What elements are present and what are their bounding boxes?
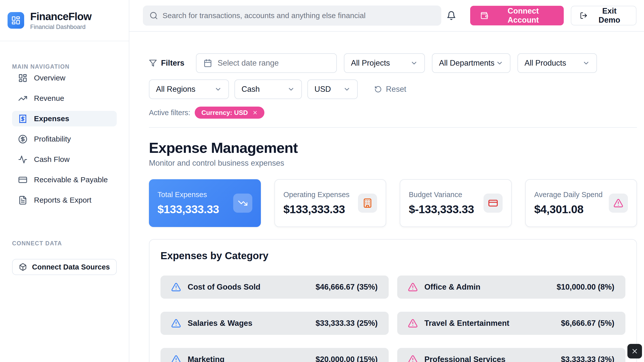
connect-data-sources-button[interactable]: Connect Data Sources (12, 259, 117, 275)
topbar: Connect Account Exit Demo (129, 0, 644, 32)
bell-icon (447, 11, 456, 20)
app-tagline: Financial Dashboard (30, 23, 91, 30)
section-divider (149, 127, 637, 128)
filters-row-2: All Regions Cash USD Reset (149, 79, 637, 99)
category-row[interactable]: Salaries & Wages $33,333.33 (25%) (160, 312, 389, 335)
layout-dashboard-icon (18, 73, 27, 83)
stat-value: $-133,333.33 (409, 203, 474, 216)
file-text-icon (18, 196, 27, 205)
regions-select-value: All Regions (156, 85, 195, 94)
brand: FinanceFlow Financial Dashboard (0, 0, 129, 41)
layout-dashboard-icon (11, 16, 21, 25)
main-content: Filters Select date range All Projects A… (129, 32, 644, 362)
package-icon (19, 263, 27, 271)
connect-section-label: CONNECT DATA (12, 240, 117, 247)
page-title: Expense Management (149, 139, 637, 156)
sidebar-item-label: Cash Flow (34, 155, 70, 164)
products-select[interactable]: All Products (517, 53, 597, 73)
category-row[interactable]: Cost of Goods Sold $46,666.67 (35%) (160, 276, 389, 299)
expenses-by-category-title: Expenses by Category (160, 250, 625, 261)
reset-label: Reset (386, 85, 406, 94)
stat-value: $4,301.08 (534, 203, 603, 216)
stat-icon-chip (609, 194, 628, 213)
sidebar-item[interactable]: Cash Flow (12, 152, 117, 167)
category-row[interactable]: Professional Services $3,333.33 (3%) (397, 348, 625, 362)
active-filter-chip[interactable]: Currency: USD (195, 107, 264, 119)
stat-text: Average Daily Spend $4,301.08 (534, 191, 603, 216)
sidebar-item[interactable]: Expenses (12, 111, 117, 126)
circle-dollar-sign-icon (18, 134, 27, 144)
main-navigation: MAIN NAVIGATION Overview Revenue Expense… (0, 63, 129, 275)
basis-select[interactable]: Cash (234, 79, 302, 99)
stat-icon-chip (233, 194, 252, 213)
regions-select[interactable]: All Regions (149, 79, 229, 99)
chevron-down-icon (287, 85, 295, 93)
sidebar-item[interactable]: Profitability (12, 131, 117, 147)
active-filters-label: Active filters: (149, 109, 190, 117)
calendar-icon (204, 59, 212, 67)
reset-filters-button[interactable]: Reset (374, 85, 406, 94)
close-icon (631, 347, 638, 355)
trending-down-icon (238, 198, 248, 208)
sidebar-item[interactable]: Receivable & Payable (12, 172, 117, 188)
search-input[interactable] (163, 11, 435, 20)
stat-label: Operating Expenses (284, 191, 350, 199)
stats-row: Total Expenses $133,333.33 Operating Exp… (149, 179, 637, 227)
currency-select[interactable]: USD (307, 79, 358, 99)
chevron-down-icon (582, 59, 590, 67)
connect-account-label: Connect Account (493, 7, 554, 25)
close-overlay-button[interactable] (627, 344, 642, 358)
triangle-alert-icon (408, 318, 418, 328)
building-icon (363, 198, 373, 208)
stat-icon-chip (484, 194, 503, 213)
remove-filter-icon[interactable] (252, 110, 258, 115)
projects-select-value: All Projects (351, 59, 390, 68)
stat-icon-chip (358, 194, 377, 213)
basis-select-value: Cash (242, 85, 260, 94)
stat-value: $133,333.33 (157, 203, 219, 216)
departments-select-value: All Departments (439, 59, 495, 68)
page-subtitle: Monitor and control business expenses (149, 159, 637, 168)
stat-text: Total Expenses $133,333.33 (157, 191, 219, 216)
wallet-icon (480, 11, 488, 20)
category-value: $20,000.00 (15%) (316, 355, 378, 362)
filters-row-1: Filters Select date range All Projects A… (149, 53, 637, 73)
category-row[interactable]: Office & Admin $10,000.00 (8%) (397, 276, 625, 299)
departments-select[interactable]: All Departments (432, 53, 510, 73)
category-row[interactable]: Marketing $20,000.00 (15%) (160, 348, 389, 362)
stat-value: $133,333.33 (284, 203, 350, 216)
sidebar-item[interactable]: Revenue (12, 90, 117, 106)
connect-account-button[interactable]: Connect Account (470, 6, 564, 25)
triangle-alert-icon (171, 282, 181, 292)
exit-demo-button[interactable]: Exit Demo (571, 6, 636, 25)
stat-text: Operating Expenses $133,333.33 (284, 191, 350, 216)
sidebar-item-label: Reports & Export (34, 196, 91, 204)
active-filter-chip-label: Currency: USD (201, 109, 248, 117)
sidebar-item[interactable]: Overview (12, 70, 117, 86)
projects-select[interactable]: All Projects (344, 53, 425, 73)
category-value: $33,333.33 (25%) (316, 319, 378, 328)
notifications-button[interactable] (444, 8, 459, 23)
stat-card: Average Daily Spend $4,301.08 (525, 179, 637, 227)
search-bar[interactable] (143, 6, 441, 26)
triangle-alert-icon (408, 354, 418, 362)
sidebar-item[interactable]: Reports & Export (12, 192, 117, 208)
category-row[interactable]: Travel & Entertainment $6,666.67 (5%) (397, 312, 625, 335)
category-label: Office & Admin (424, 283, 550, 292)
date-range-input[interactable]: Select date range (196, 53, 337, 73)
nav-section-label: MAIN NAVIGATION (12, 63, 117, 70)
triangle-alert-icon (408, 282, 418, 292)
filters-header: Filters (149, 59, 184, 68)
category-value: $10,000.00 (8%) (557, 283, 614, 292)
stat-label: Average Daily Spend (534, 191, 603, 199)
category-grid: Cost of Goods Sold $46,666.67 (35%) Offi… (160, 276, 625, 362)
expenses-by-category-card: Expenses by Category Cost of Goods Sold … (149, 239, 637, 362)
connect-data-sources-label: Connect Data Sources (32, 263, 110, 271)
sidebar-item-label: Profitability (34, 135, 71, 143)
stat-text: Budget Variance $-133,333.33 (409, 191, 474, 216)
chevron-down-icon (496, 59, 503, 67)
products-select-value: All Products (525, 59, 566, 68)
category-value: $46,666.67 (35%) (316, 283, 378, 292)
stat-label: Budget Variance (409, 191, 474, 199)
triangle-alert-icon (171, 318, 181, 328)
